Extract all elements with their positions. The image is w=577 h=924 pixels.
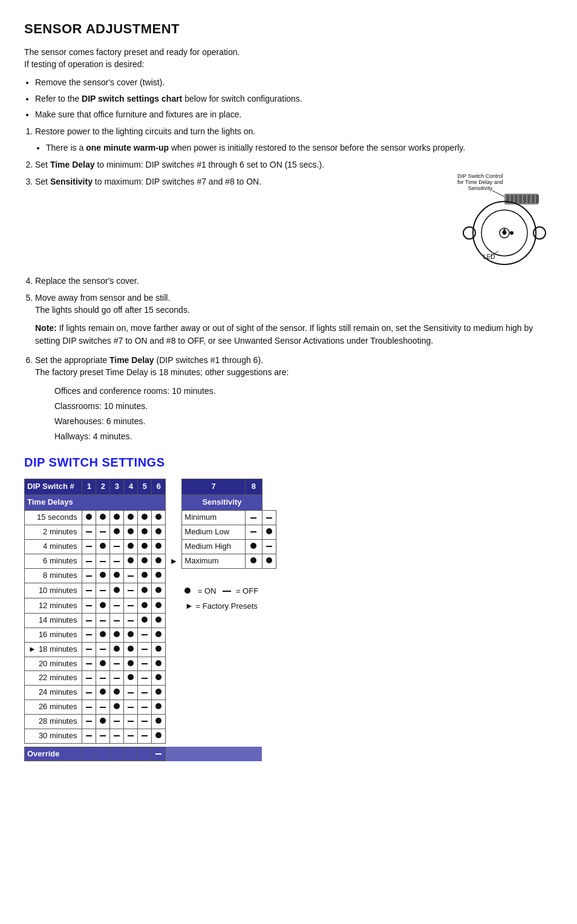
sens-cell: Minimum [182, 511, 246, 525]
table-row: 15 seconds Minimum [25, 511, 276, 525]
svg-text:DIP Switch Control: DIP Switch Control [457, 173, 503, 179]
dip-cell [138, 657, 152, 671]
svg-rect-9 [523, 195, 526, 203]
header-col3: 3 [110, 479, 124, 495]
svg-rect-7 [515, 195, 518, 203]
row-label: 20 minutes [25, 657, 82, 671]
dip-cell [138, 729, 152, 743]
dip-cell [152, 511, 166, 525]
dip-cell [110, 511, 124, 525]
row-label: 15 seconds [25, 511, 82, 525]
svg-rect-8 [519, 195, 522, 203]
table-row: 22 minutes [25, 671, 276, 686]
dip-cell [82, 569, 96, 583]
row-label: 16 minutes [25, 627, 82, 642]
steps-list: Restore power to the lighting circuits a… [35, 125, 553, 444]
dip-cell [152, 729, 166, 743]
dip-cell [82, 671, 96, 686]
svg-rect-11 [532, 195, 535, 203]
bullet-item: Refer to the DIP switch settings chart b… [35, 93, 553, 105]
dip-cell [110, 539, 124, 554]
dip-cell [124, 700, 138, 715]
dip-cell [96, 700, 110, 715]
sens-cell: Medium Low [182, 525, 246, 539]
dip-cell [152, 583, 166, 598]
dip-cell [124, 511, 138, 525]
row-label: 26 minutes [25, 700, 82, 715]
row-label: 22 minutes [25, 671, 82, 686]
dip-cell [138, 671, 152, 686]
svg-rect-10 [527, 195, 530, 203]
dip-cell [152, 627, 166, 642]
header-col4: 4 [124, 479, 138, 495]
bullet-item: Remove the sensor's cover (twist). [35, 76, 553, 88]
dip-cell [96, 729, 110, 743]
sensor-diagram: DIP Switch Control for Time Delay and Se… [432, 169, 553, 269]
step-6: Set the appropriate Time Delay (DIP swit… [35, 354, 553, 444]
dip-cell [82, 583, 96, 598]
step-2: Set Time Delay to minimum: DIP switches … [35, 159, 553, 171]
header-col5: 5 [138, 479, 152, 495]
table-row: ►18 minutes [25, 642, 276, 657]
dip-cell [124, 583, 138, 598]
override-label: Override [25, 747, 82, 761]
dip-cell [110, 627, 124, 642]
row-label: 4 minutes [25, 539, 82, 554]
dip-cell [152, 714, 166, 729]
table-header-row: DIP Switch # 1 2 3 4 5 6 7 8 [25, 479, 276, 495]
dip-cell [110, 714, 124, 729]
dip-cell [138, 598, 152, 614]
table-row: 20 minutes [25, 657, 276, 671]
dip-cell [124, 539, 138, 554]
dip-switch-table: DIP Switch # 1 2 3 4 5 6 7 8 Time Delays [24, 479, 276, 761]
row-label: 8 minutes [25, 569, 82, 583]
table-row: 30 minutes [25, 729, 276, 743]
dip-cell [124, 627, 138, 642]
table-row: 8 minutes [25, 569, 276, 583]
table-row: 28 minutes [25, 714, 276, 729]
dip-cell [96, 539, 110, 554]
dip-cell [96, 686, 110, 700]
dip-cell [152, 525, 166, 539]
dip-cell [138, 554, 152, 569]
dip-cell [152, 686, 166, 700]
dip-cell [138, 700, 152, 715]
dip-cell [96, 642, 110, 657]
intro-text: The sensor comes factory preset and read… [24, 46, 553, 71]
dip-cell [110, 657, 124, 671]
page-title: SENSOR ADJUSTMENT [24, 19, 553, 39]
dip-cell [152, 747, 166, 761]
sens-cell: Maximum [182, 554, 246, 569]
row-label: 30 minutes [25, 729, 82, 743]
dip-cell [152, 569, 166, 583]
step-5-note: Note: If lights remain on, move farther … [35, 322, 553, 347]
dip-cell [82, 642, 96, 657]
dip-cell [82, 627, 96, 642]
dip-cell [124, 686, 138, 700]
dip-cell [110, 525, 124, 539]
dip-cell [124, 569, 138, 583]
svg-text:Sensitivity: Sensitivity [468, 185, 493, 191]
dip-cell [96, 511, 110, 525]
dip-cell [96, 714, 110, 729]
row-label: 12 minutes [25, 598, 82, 614]
dip-cell [152, 671, 166, 686]
bullet-list: Remove the sensor's cover (twist). Refer… [35, 76, 553, 120]
table-row: 26 minutes [25, 700, 276, 715]
dip-cell [124, 554, 138, 569]
dip-cell [138, 686, 152, 700]
header-col7: 7 [182, 479, 246, 495]
table-row: 10 minutes = ON = OFF [25, 583, 276, 598]
sens-col7 [246, 539, 262, 554]
sens-col7 [246, 554, 262, 569]
dip-cell [110, 671, 124, 686]
dip-cell [110, 686, 124, 700]
subheader-delays: Time Delays [25, 495, 166, 511]
dip-cell [110, 569, 124, 583]
dip-cell [152, 554, 166, 569]
header-col8: 8 [246, 479, 262, 495]
dip-cell [110, 729, 124, 743]
dip-cell [96, 583, 110, 598]
dip-cell [82, 729, 96, 743]
dip-cell [110, 700, 124, 715]
